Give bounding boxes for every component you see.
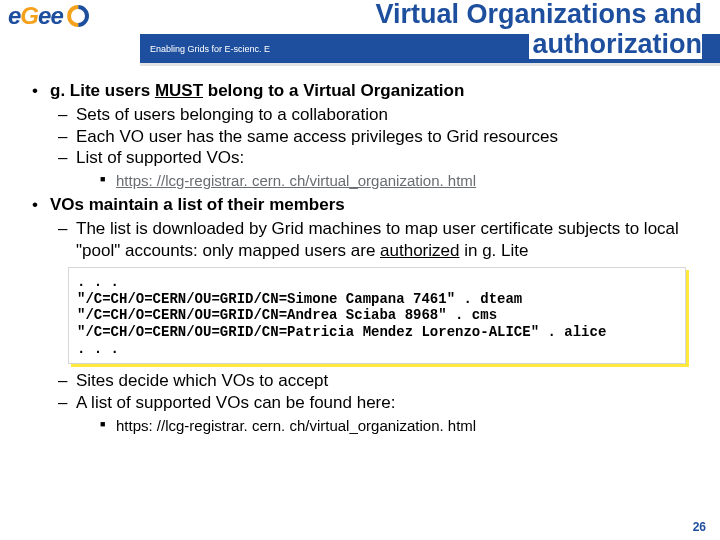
logo-letter: e [8, 2, 20, 30]
sub-bullet: Sets of users belonging to a collaborati… [50, 104, 690, 126]
bullet-vo-members: VOs maintain a list of their members The… [30, 194, 690, 435]
sub-bullet: List of supported VOs: https: //lcg-regi… [50, 147, 690, 190]
bullet-list: g. Lite users MUST belong to a Virtual O… [30, 80, 690, 435]
text: g. Lite users [50, 81, 155, 100]
sub-bullet: A list of supported VOs can be found her… [50, 392, 690, 435]
title-underline [140, 63, 720, 66]
slide: eGee Virtual Organizations and authoriza… [0, 0, 720, 540]
logo-arc-icon [67, 5, 89, 27]
sub-bullet: Sites decide which VOs to accept [50, 370, 690, 392]
egee-logo: eGee [8, 2, 142, 60]
vo-list-link[interactable]: https: //lcg-registrar. cern. ch/virtual… [116, 172, 476, 189]
link-item: https: //lcg-registrar. cern. ch/virtual… [76, 171, 690, 190]
title-line-2: authorization [529, 30, 703, 60]
text: List of supported VOs: [76, 148, 244, 167]
text: authorized [380, 241, 459, 260]
tagline: Enabling Grids for E-scienc. E [140, 44, 270, 54]
logo-letter: G [20, 2, 38, 30]
sub-bullet: The list is downloaded by Grid machines … [50, 218, 690, 262]
page-title: Virtual Organizations and authorization [375, 0, 702, 59]
logo-letter: e [38, 2, 50, 30]
text: VOs maintain a list of their members [50, 195, 345, 214]
text: The list is downloaded by Grid machines … [76, 219, 679, 260]
logo-letter: e [50, 2, 62, 30]
sub-bullet: Each VO user has the same access privile… [50, 126, 690, 148]
mapping-example-code: . . . "/C=CH/O=CERN/OU=GRID/CN=Simone Ca… [68, 267, 686, 364]
title-line-1: Virtual Organizations and [375, 0, 702, 30]
page-number: 26 [693, 520, 706, 534]
text: A list of supported VOs can be found her… [76, 393, 395, 412]
text: in g. Lite [459, 241, 528, 260]
slide-body: g. Lite users MUST belong to a Virtual O… [0, 68, 720, 435]
text: belong to a Virtual Organization [203, 81, 464, 100]
vo-list-link-2[interactable]: https: //lcg-registrar. cern. ch/virtual… [116, 417, 476, 434]
bullet-glite-vo: g. Lite users MUST belong to a Virtual O… [30, 80, 690, 190]
text: MUST [155, 81, 203, 100]
header: eGee Virtual Organizations and authoriza… [0, 0, 720, 68]
link-item: https: //lcg-registrar. cern. ch/virtual… [76, 416, 690, 435]
